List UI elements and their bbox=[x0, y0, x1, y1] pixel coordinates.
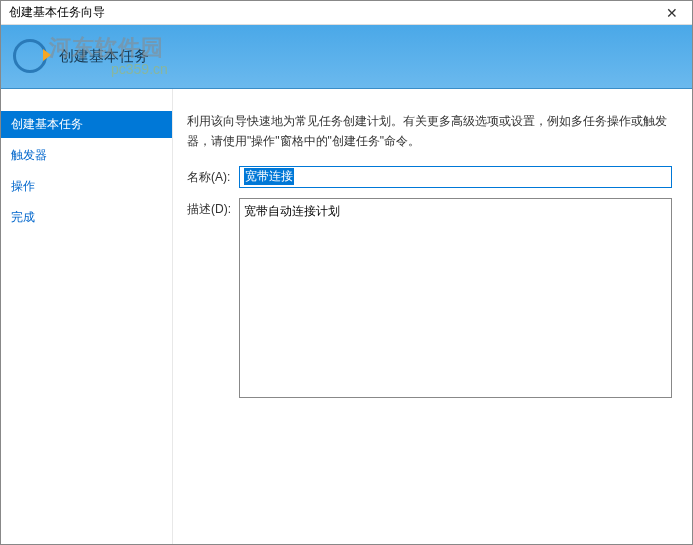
desc-row: 描述(D): bbox=[187, 198, 672, 398]
wizard-header: 创建基本任务 河东软件园 pc359.cn bbox=[1, 25, 692, 89]
name-input[interactable]: 宽带连接 bbox=[239, 166, 672, 188]
close-button[interactable]: ✕ bbox=[652, 1, 692, 25]
desc-label: 描述(D): bbox=[187, 198, 239, 218]
name-label: 名称(A): bbox=[187, 166, 239, 186]
name-row: 名称(A): 宽带连接 bbox=[187, 166, 672, 188]
name-value-selected: 宽带连接 bbox=[244, 168, 294, 185]
wizard-header-title: 创建基本任务 bbox=[59, 47, 149, 66]
titlebar: 创建基本任务向导 ✕ bbox=[1, 1, 692, 25]
sidebar-item-action[interactable]: 操作 bbox=[1, 173, 172, 200]
desc-textarea[interactable] bbox=[239, 198, 672, 398]
sidebar-item-create-task[interactable]: 创建基本任务 bbox=[1, 111, 172, 138]
intro-text: 利用该向导快速地为常见任务创建计划。有关更多高级选项或设置，例如多任务操作或触发… bbox=[187, 111, 672, 152]
window-title: 创建基本任务向导 bbox=[9, 4, 105, 21]
wizard-icon bbox=[13, 39, 49, 75]
sidebar-item-finish[interactable]: 完成 bbox=[1, 204, 172, 231]
sidebar-item-trigger[interactable]: 触发器 bbox=[1, 142, 172, 169]
wizard-sidebar: 创建基本任务 触发器 操作 完成 bbox=[1, 89, 173, 544]
main-panel: 利用该向导快速地为常见任务创建计划。有关更多高级选项或设置，例如多任务操作或触发… bbox=[173, 89, 692, 544]
content-area: 创建基本任务 触发器 操作 完成 利用该向导快速地为常见任务创建计划。有关更多高… bbox=[1, 89, 692, 544]
